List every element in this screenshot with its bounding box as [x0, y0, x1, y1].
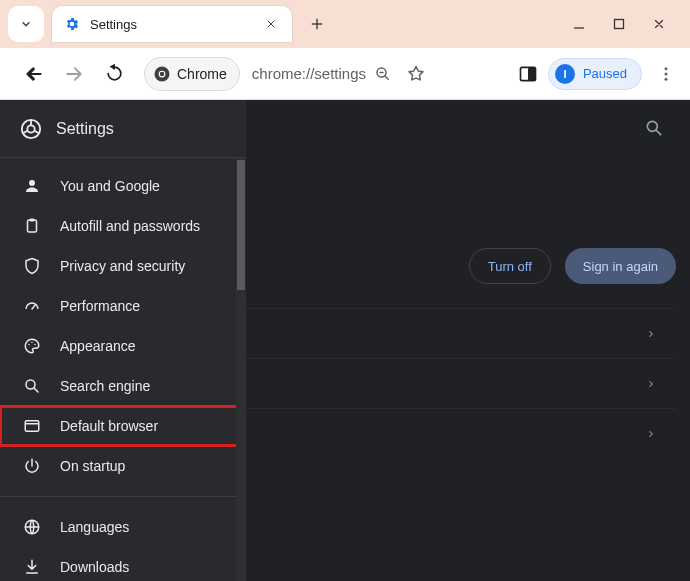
- sidebar-item-performance[interactable]: Performance: [0, 286, 246, 326]
- settings-content: Settings You and Google Autofill and pas…: [0, 100, 690, 581]
- sign-in-again-button[interactable]: Sign in again: [565, 248, 676, 284]
- person-icon: [22, 176, 42, 196]
- tab-search-button[interactable]: [8, 6, 44, 42]
- sidebar-item-label: You and Google: [60, 178, 160, 194]
- svg-rect-14: [30, 219, 35, 222]
- close-icon: [652, 17, 666, 31]
- sign-in-again-label: Sign in again: [583, 259, 658, 274]
- chevron-right-icon: [646, 329, 656, 339]
- svg-rect-13: [28, 220, 37, 232]
- shield-icon: [22, 256, 42, 276]
- sidebar-header: Settings: [0, 100, 246, 158]
- forward-button[interactable]: [56, 56, 92, 92]
- sidebar-item-label: Search engine: [60, 378, 150, 394]
- sidebar-title: Settings: [56, 120, 114, 138]
- arrow-right-icon: [64, 64, 84, 84]
- download-icon: [22, 557, 42, 577]
- sidebar-item-default-browser[interactable]: Default browser: [0, 406, 246, 446]
- settings-sidebar: Settings You and Google Autofill and pas…: [0, 100, 246, 581]
- close-icon: [265, 18, 277, 30]
- zoom-icon[interactable]: [374, 65, 392, 83]
- new-tab-button[interactable]: [300, 7, 334, 41]
- tab-close-button[interactable]: [262, 15, 280, 33]
- side-panel-icon[interactable]: [518, 64, 538, 84]
- sidebar-item-label: Performance: [60, 298, 140, 314]
- back-button[interactable]: [16, 56, 52, 92]
- sidebar-item-label: Appearance: [60, 338, 136, 354]
- chevron-right-icon: [646, 429, 656, 439]
- sidebar-item-downloads[interactable]: Downloads: [0, 547, 246, 581]
- svg-point-12: [29, 180, 35, 186]
- svg-rect-0: [615, 20, 624, 29]
- url-text: chrome://settings: [252, 65, 366, 82]
- bookmark-star-icon[interactable]: [406, 64, 426, 84]
- svg-point-11: [27, 125, 34, 132]
- profile-chip[interactable]: I Paused: [548, 58, 642, 90]
- search-icon: [644, 118, 664, 138]
- sidebar-item-appearance[interactable]: Appearance: [0, 326, 246, 366]
- reload-icon: [105, 64, 124, 83]
- chrome-icon: [153, 65, 171, 83]
- browser-icon: [22, 416, 42, 436]
- svg-point-18: [26, 380, 35, 389]
- search-icon: [22, 376, 42, 396]
- tab-title: Settings: [90, 17, 262, 32]
- settings-main: Turn off Sign in again: [246, 100, 690, 581]
- clipboard-icon: [22, 216, 42, 236]
- svg-point-17: [34, 344, 36, 346]
- palette-icon: [22, 336, 42, 356]
- chevron-right-icon: [646, 379, 656, 389]
- sidebar-divider: [0, 496, 246, 497]
- browser-tab[interactable]: Settings: [52, 6, 292, 42]
- profile-status-label: Paused: [583, 66, 627, 81]
- speedometer-icon: [22, 296, 42, 316]
- site-chip-label: Chrome: [177, 66, 227, 82]
- sidebar-scrollbar[interactable]: [236, 158, 246, 581]
- omnibox[interactable]: Chrome chrome://settings: [144, 57, 500, 91]
- sidebar-item-autofill[interactable]: Autofill and passwords: [0, 206, 246, 246]
- svg-point-9: [665, 77, 668, 80]
- window-controls: [552, 0, 686, 48]
- power-icon: [22, 456, 42, 476]
- chrome-menu-button[interactable]: [652, 65, 680, 83]
- reload-button[interactable]: [96, 56, 132, 92]
- sidebar-item-privacy[interactable]: Privacy and security: [0, 246, 246, 286]
- turn-off-button[interactable]: Turn off: [469, 248, 551, 284]
- settings-row[interactable]: [246, 308, 676, 358]
- minimize-icon: [572, 17, 586, 31]
- settings-row[interactable]: [246, 408, 676, 458]
- svg-rect-19: [25, 421, 39, 432]
- svg-point-21: [647, 121, 657, 131]
- plus-icon: [309, 16, 325, 32]
- sidebar-item-label: Languages: [60, 519, 129, 535]
- close-window-button[interactable]: [650, 17, 668, 31]
- sidebar-item-search-engine[interactable]: Search engine: [0, 366, 246, 406]
- site-chip[interactable]: Chrome: [144, 57, 240, 91]
- toolbar: Chrome chrome://settings I Paused: [0, 48, 690, 100]
- search-settings-button[interactable]: [644, 118, 664, 138]
- minimize-button[interactable]: [570, 17, 588, 31]
- sidebar-item-label: Downloads: [60, 559, 129, 575]
- gear-icon: [64, 16, 80, 32]
- sidebar-scroll[interactable]: You and Google Autofill and passwords Pr…: [0, 158, 246, 581]
- arrow-left-icon: [24, 64, 44, 84]
- profile-avatar: I: [555, 64, 575, 84]
- svg-rect-6: [528, 67, 536, 80]
- svg-point-16: [31, 342, 33, 344]
- sidebar-item-label: Default browser: [60, 418, 158, 434]
- chrome-logo-icon: [20, 118, 42, 140]
- svg-point-15: [28, 344, 30, 346]
- turn-off-label: Turn off: [488, 259, 532, 274]
- sidebar-item-label: Privacy and security: [60, 258, 185, 274]
- sidebar-item-label: On startup: [60, 458, 125, 474]
- sidebar-item-you-and-google[interactable]: You and Google: [0, 166, 246, 206]
- scrollbar-thumb[interactable]: [237, 160, 245, 290]
- svg-point-8: [665, 72, 668, 75]
- chevron-down-icon: [19, 17, 33, 31]
- settings-row[interactable]: [246, 358, 676, 408]
- sidebar-item-on-startup[interactable]: On startup: [0, 446, 246, 486]
- maximize-icon: [613, 18, 625, 30]
- svg-point-7: [665, 67, 668, 70]
- maximize-button[interactable]: [610, 18, 628, 30]
- sidebar-item-languages[interactable]: Languages: [0, 507, 246, 547]
